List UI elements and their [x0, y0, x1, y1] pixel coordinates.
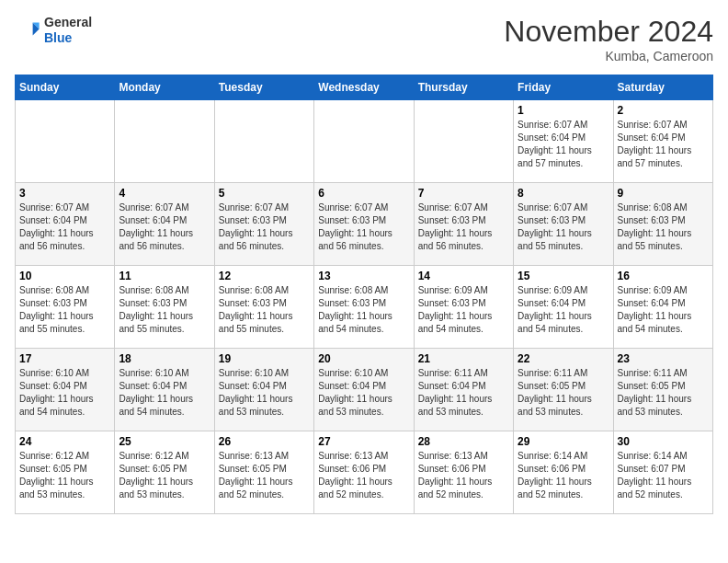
calendar-cell: 3Sunrise: 6:07 AM Sunset: 6:04 PM Daylig…: [16, 183, 115, 266]
calendar-cell: 8Sunrise: 6:07 AM Sunset: 6:03 PM Daylig…: [514, 183, 613, 266]
calendar-cell: 7Sunrise: 6:07 AM Sunset: 6:03 PM Daylig…: [414, 183, 513, 266]
day-info: Sunrise: 6:09 AM Sunset: 6:04 PM Dayligh…: [618, 284, 709, 336]
calendar-cell: 11Sunrise: 6:08 AM Sunset: 6:03 PM Dayli…: [115, 266, 214, 349]
day-number: 8: [518, 187, 609, 200]
calendar-table: SundayMondayTuesdayWednesdayThursdayFrid…: [15, 75, 713, 514]
calendar-week-row: 17Sunrise: 6:10 AM Sunset: 6:04 PM Dayli…: [16, 349, 713, 431]
day-number: 26: [219, 435, 310, 448]
calendar-cell: 18Sunrise: 6:10 AM Sunset: 6:04 PM Dayli…: [115, 349, 214, 431]
day-info: Sunrise: 6:07 AM Sunset: 6:03 PM Dayligh…: [518, 201, 609, 253]
day-number: 21: [418, 352, 509, 365]
calendar-week-row: 10Sunrise: 6:08 AM Sunset: 6:03 PM Dayli…: [16, 266, 713, 349]
day-number: 18: [119, 352, 210, 365]
day-number: 20: [318, 352, 409, 365]
days-of-week-row: SundayMondayTuesdayWednesdayThursdayFrid…: [16, 75, 713, 100]
day-of-week-header: Tuesday: [214, 75, 313, 100]
day-number: 30: [618, 435, 709, 448]
day-number: 11: [119, 270, 210, 282]
calendar-cell: 16Sunrise: 6:09 AM Sunset: 6:04 PM Dayli…: [613, 266, 712, 349]
calendar-cell: [16, 100, 115, 183]
day-of-week-header: Monday: [115, 75, 214, 100]
day-number: 15: [518, 270, 609, 282]
page-header: General Blue November 2024 Kumba, Camero…: [15, 15, 713, 63]
day-number: 23: [618, 352, 709, 365]
day-info: Sunrise: 6:08 AM Sunset: 6:03 PM Dayligh…: [318, 284, 409, 336]
day-info: Sunrise: 6:08 AM Sunset: 6:03 PM Dayligh…: [618, 201, 709, 253]
calendar-cell: 20Sunrise: 6:10 AM Sunset: 6:04 PM Dayli…: [314, 349, 414, 431]
day-info: Sunrise: 6:10 AM Sunset: 6:04 PM Dayligh…: [19, 367, 110, 419]
day-number: 7: [418, 187, 509, 200]
day-info: Sunrise: 6:10 AM Sunset: 6:04 PM Dayligh…: [318, 367, 409, 419]
day-of-week-header: Wednesday: [314, 75, 414, 100]
calendar-cell: 26Sunrise: 6:13 AM Sunset: 6:05 PM Dayli…: [214, 431, 313, 514]
day-info: Sunrise: 6:13 AM Sunset: 6:06 PM Dayligh…: [318, 450, 409, 501]
day-number: 5: [219, 187, 310, 200]
day-info: Sunrise: 6:08 AM Sunset: 6:03 PM Dayligh…: [219, 284, 310, 336]
day-number: 1: [518, 104, 609, 117]
day-number: 29: [518, 435, 609, 448]
day-number: 25: [119, 435, 210, 448]
day-info: Sunrise: 6:07 AM Sunset: 6:03 PM Dayligh…: [318, 201, 409, 253]
calendar-cell: 21Sunrise: 6:11 AM Sunset: 6:04 PM Dayli…: [414, 349, 513, 431]
day-info: Sunrise: 6:13 AM Sunset: 6:06 PM Dayligh…: [418, 450, 509, 501]
calendar-cell: 22Sunrise: 6:11 AM Sunset: 6:05 PM Dayli…: [514, 349, 613, 431]
day-number: 17: [19, 352, 110, 365]
calendar-week-row: 1Sunrise: 6:07 AM Sunset: 6:04 PM Daylig…: [16, 100, 713, 183]
day-info: Sunrise: 6:09 AM Sunset: 6:04 PM Dayligh…: [518, 284, 609, 336]
calendar-cell: [414, 100, 513, 183]
calendar-cell: [214, 100, 313, 183]
day-number: 12: [219, 270, 310, 282]
calendar-cell: 14Sunrise: 6:09 AM Sunset: 6:03 PM Dayli…: [414, 266, 513, 349]
day-number: 10: [19, 270, 110, 282]
day-number: 22: [518, 352, 609, 365]
calendar-cell: 25Sunrise: 6:12 AM Sunset: 6:05 PM Dayli…: [115, 431, 214, 514]
day-number: 2: [618, 104, 709, 117]
day-info: Sunrise: 6:12 AM Sunset: 6:05 PM Dayligh…: [19, 450, 110, 501]
calendar-cell: 23Sunrise: 6:11 AM Sunset: 6:05 PM Dayli…: [613, 349, 712, 431]
day-info: Sunrise: 6:14 AM Sunset: 6:06 PM Dayligh…: [518, 450, 609, 501]
day-info: Sunrise: 6:07 AM Sunset: 6:04 PM Dayligh…: [618, 119, 709, 170]
calendar-cell: 4Sunrise: 6:07 AM Sunset: 6:04 PM Daylig…: [115, 183, 214, 266]
day-number: 14: [418, 270, 509, 282]
calendar-cell: 13Sunrise: 6:08 AM Sunset: 6:03 PM Dayli…: [314, 266, 414, 349]
day-info: Sunrise: 6:11 AM Sunset: 6:04 PM Dayligh…: [418, 367, 509, 419]
day-info: Sunrise: 6:10 AM Sunset: 6:04 PM Dayligh…: [219, 367, 310, 419]
logo: General Blue: [15, 15, 92, 46]
day-of-week-header: Friday: [514, 75, 613, 100]
calendar-cell: 5Sunrise: 6:07 AM Sunset: 6:03 PM Daylig…: [214, 183, 313, 266]
day-info: Sunrise: 6:11 AM Sunset: 6:05 PM Dayligh…: [518, 367, 609, 419]
calendar-cell: 9Sunrise: 6:08 AM Sunset: 6:03 PM Daylig…: [613, 183, 712, 266]
calendar-cell: 17Sunrise: 6:10 AM Sunset: 6:04 PM Dayli…: [16, 349, 115, 431]
day-number: 9: [618, 187, 709, 200]
calendar-body: 1Sunrise: 6:07 AM Sunset: 6:04 PM Daylig…: [16, 100, 713, 514]
calendar-cell: 15Sunrise: 6:09 AM Sunset: 6:04 PM Dayli…: [514, 266, 613, 349]
calendar-cell: 27Sunrise: 6:13 AM Sunset: 6:06 PM Dayli…: [314, 431, 414, 514]
calendar-cell: 1Sunrise: 6:07 AM Sunset: 6:04 PM Daylig…: [514, 100, 613, 183]
day-info: Sunrise: 6:11 AM Sunset: 6:05 PM Dayligh…: [618, 367, 709, 419]
day-info: Sunrise: 6:07 AM Sunset: 6:04 PM Dayligh…: [119, 201, 210, 253]
logo-icon: [15, 17, 40, 43]
calendar-cell: [314, 100, 414, 183]
calendar-cell: [115, 100, 214, 183]
day-of-week-header: Thursday: [414, 75, 513, 100]
calendar-week-row: 24Sunrise: 6:12 AM Sunset: 6:05 PM Dayli…: [16, 431, 713, 514]
day-info: Sunrise: 6:07 AM Sunset: 6:04 PM Dayligh…: [518, 119, 609, 170]
logo-text: General Blue: [44, 15, 92, 46]
calendar-cell: 29Sunrise: 6:14 AM Sunset: 6:06 PM Dayli…: [514, 431, 613, 514]
logo-general: General: [44, 15, 92, 30]
day-info: Sunrise: 6:10 AM Sunset: 6:04 PM Dayligh…: [119, 367, 210, 419]
day-info: Sunrise: 6:07 AM Sunset: 6:04 PM Dayligh…: [19, 201, 110, 253]
day-number: 6: [318, 187, 409, 200]
day-number: 16: [618, 270, 709, 282]
calendar-cell: 2Sunrise: 6:07 AM Sunset: 6:04 PM Daylig…: [613, 100, 712, 183]
day-info: Sunrise: 6:08 AM Sunset: 6:03 PM Dayligh…: [19, 284, 110, 336]
calendar-week-row: 3Sunrise: 6:07 AM Sunset: 6:04 PM Daylig…: [16, 183, 713, 266]
day-of-week-header: Sunday: [16, 75, 115, 100]
calendar-cell: 6Sunrise: 6:07 AM Sunset: 6:03 PM Daylig…: [314, 183, 414, 266]
calendar-cell: 24Sunrise: 6:12 AM Sunset: 6:05 PM Dayli…: [16, 431, 115, 514]
day-number: 27: [318, 435, 409, 448]
day-number: 13: [318, 270, 409, 282]
day-number: 28: [418, 435, 509, 448]
day-info: Sunrise: 6:08 AM Sunset: 6:03 PM Dayligh…: [119, 284, 210, 336]
title-area: November 2024 Kumba, Cameroon: [504, 15, 713, 63]
